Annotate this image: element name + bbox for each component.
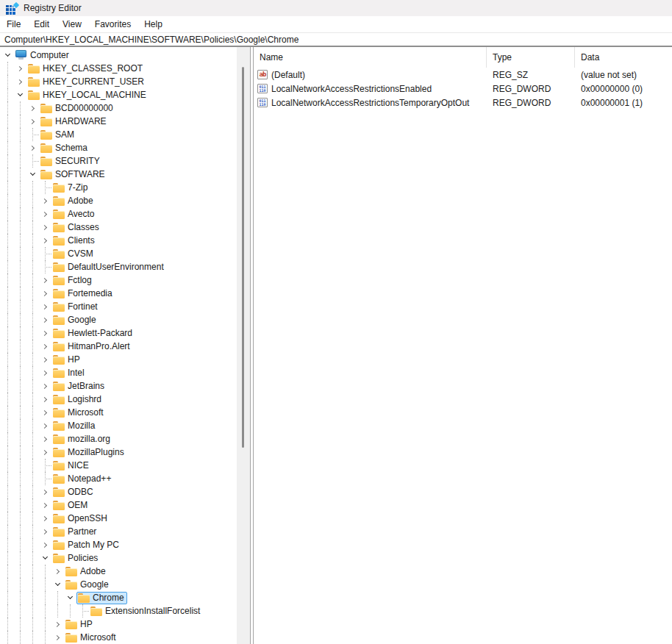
tree-item-body[interactable]: Google	[51, 314, 99, 326]
chevron-right-icon[interactable]	[51, 618, 64, 631]
menu-help[interactable]: Help	[137, 16, 169, 32]
tree-item-body[interactable]: SECURITY	[39, 155, 103, 168]
tree-item-body[interactable]: HARDWARE	[39, 115, 110, 128]
tree-item-fortinet[interactable]: Fortinet	[0, 300, 237, 313]
tree-item-logishrd[interactable]: Logishrd	[0, 393, 237, 406]
tree-item-bcd00000000[interactable]: BCD00000000	[0, 101, 237, 115]
tree-item-body[interactable]: Fortemedia	[51, 287, 115, 300]
tree-item-hitmanpro-alert[interactable]: HitmanPro.Alert	[0, 340, 237, 353]
tree-item-defaultuserenvironment[interactable]: DefaultUserEnvironment	[0, 260, 237, 273]
tree-item-chrome[interactable]: Chrome	[0, 591, 237, 604]
tree-item-body[interactable]: JetBrains	[51, 380, 107, 393]
tree-item-policies[interactable]: Policies	[0, 551, 237, 565]
tree-item-body[interactable]: Partner	[51, 526, 99, 538]
tree-scrollbar-thumb[interactable]	[242, 67, 244, 448]
value-row-default[interactable]: ab(Default)REG_SZ(value not set)	[254, 68, 672, 82]
chevron-down-icon[interactable]	[1, 49, 14, 62]
tree-item-body[interactable]: ODBC	[51, 486, 96, 498]
chevron-right-icon[interactable]	[39, 512, 51, 525]
chevron-right-icon[interactable]	[39, 194, 51, 207]
chevron-right-icon[interactable]	[39, 273, 51, 287]
tree-item-avecto[interactable]: Avecto	[0, 207, 237, 221]
chevron-right-icon[interactable]	[39, 366, 51, 379]
tree-item-body[interactable]: HKEY_CLASSES_ROOT	[26, 62, 146, 75]
tree-item-body[interactable]: Google	[64, 579, 112, 591]
tree-item-body[interactable]: Fctlog	[51, 274, 95, 287]
tree-item-body[interactable]: CVSM	[51, 248, 96, 260]
chevron-down-icon[interactable]	[39, 551, 51, 565]
tree-item-jetbrains[interactable]: JetBrains	[0, 379, 237, 393]
tree-item-body[interactable]: mozilla.org	[51, 433, 113, 446]
tree-item-hp[interactable]: HP	[0, 353, 237, 366]
tree-item-mozilla[interactable]: Mozilla	[0, 419, 237, 432]
chevron-right-icon[interactable]	[39, 525, 51, 538]
chevron-down-icon[interactable]	[64, 591, 76, 604]
tree-item-body[interactable]: SOFTWARE	[39, 168, 108, 181]
chevron-right-icon[interactable]	[51, 565, 64, 578]
chevron-right-icon[interactable]	[14, 75, 26, 88]
column-header-data[interactable]: Data	[575, 47, 672, 68]
chevron-right-icon[interactable]	[39, 234, 51, 247]
tree-item-partner[interactable]: Partner	[0, 525, 237, 538]
tree-item-body[interactable]: Schema	[39, 142, 90, 154]
tree-item-body[interactable]: OEM	[51, 499, 90, 512]
tree-item-google[interactable]: Google	[0, 313, 237, 326]
tree-item-computer[interactable]: Computer	[0, 49, 237, 62]
tree-item-body[interactable]: Intel	[51, 367, 87, 379]
tree-item-hewlett-packard[interactable]: Hewlett-Packard	[0, 326, 237, 340]
tree-item-body[interactable]: Avecto	[51, 208, 97, 221]
tree-item-body[interactable]: Adobe	[64, 565, 109, 578]
column-header-type[interactable]: Type	[487, 47, 575, 68]
chevron-right-icon[interactable]	[39, 207, 51, 221]
tree-item-software[interactable]: SOFTWARE	[0, 168, 237, 181]
tree-item-body[interactable]: Notepad++	[51, 473, 114, 485]
column-header-name[interactable]: Name	[254, 47, 487, 68]
chevron-down-icon[interactable]	[51, 578, 64, 591]
tree-item-body[interactable]: BCD00000000	[39, 102, 116, 115]
tree-item-body[interactable]: HP	[64, 618, 96, 631]
tree-item-body[interactable]: Logishrd	[51, 393, 104, 406]
chevron-right-icon[interactable]	[26, 115, 39, 128]
tree-item-body[interactable]: 7-Zip	[51, 182, 90, 194]
tree-item-body[interactable]: Microsoft	[64, 632, 119, 644]
tree-item-intel[interactable]: Intel	[0, 366, 237, 379]
value-row-localnetworkaccessrestrictionsenabled[interactable]: 011110LocalNetworkAccessRestrictionsEnab…	[254, 82, 672, 96]
tree-item-body[interactable]: HKEY_CURRENT_USER	[26, 76, 147, 88]
chevron-right-icon[interactable]	[39, 446, 51, 459]
tree-item-body[interactable]: Classes	[51, 221, 102, 234]
tree-item-hkey-current-user[interactable]: HKEY_CURRENT_USER	[0, 75, 237, 88]
tree-item-fctlog[interactable]: Fctlog	[0, 273, 237, 287]
chevron-right-icon[interactable]	[39, 326, 51, 340]
chevron-right-icon[interactable]	[26, 101, 39, 115]
chevron-right-icon[interactable]	[39, 419, 51, 432]
tree-item-hkey-classes-root[interactable]: HKEY_CLASSES_ROOT	[0, 62, 237, 75]
menu-edit[interactable]: Edit	[27, 16, 56, 32]
chevron-right-icon[interactable]	[39, 485, 51, 498]
tree-item-openssh[interactable]: OpenSSH	[0, 512, 237, 525]
chevron-right-icon[interactable]	[39, 498, 51, 512]
tree-scrollbar-track[interactable]	[237, 47, 250, 644]
tree-item-microsoft[interactable]: Microsoft	[0, 406, 237, 419]
chevron-right-icon[interactable]	[39, 432, 51, 446]
tree-item-extensioninstallforcelist[interactable]: ExtensionInstallForcelist	[0, 604, 237, 618]
chevron-right-icon[interactable]	[26, 141, 39, 154]
tree-item-body[interactable]: HKEY_LOCAL_MACHINE	[26, 89, 149, 101]
tree-item-schema[interactable]: Schema	[0, 141, 237, 154]
menu-favorites[interactable]: Favorites	[88, 16, 137, 32]
tree-item-adobe[interactable]: Adobe	[0, 565, 237, 578]
tree-item-body[interactable]: MozillaPlugins	[51, 446, 127, 459]
tree-item-body[interactable]: Computer	[14, 49, 72, 62]
chevron-right-icon[interactable]	[39, 221, 51, 234]
menu-view[interactable]: View	[56, 16, 88, 32]
tree-item-sam[interactable]: SAM	[0, 128, 237, 141]
tree-item-hardware[interactable]: HARDWARE	[0, 115, 237, 128]
address-bar[interactable]: Computer\HKEY_LOCAL_MACHINE\SOFTWARE\Pol…	[0, 32, 672, 46]
chevron-right-icon[interactable]	[51, 631, 64, 644]
tree-item-body[interactable]: ExtensionInstallForcelist	[89, 605, 203, 618]
tree-item-body[interactable]: Fortinet	[51, 301, 101, 313]
tree-item-body[interactable]: Microsoft	[51, 407, 107, 419]
tree-item-nice[interactable]: NICE	[0, 459, 237, 472]
tree-item-body[interactable]: OpenSSH	[51, 512, 110, 525]
tree-item-body[interactable]: Patch My PC	[51, 539, 122, 551]
chevron-right-icon[interactable]	[39, 538, 51, 551]
